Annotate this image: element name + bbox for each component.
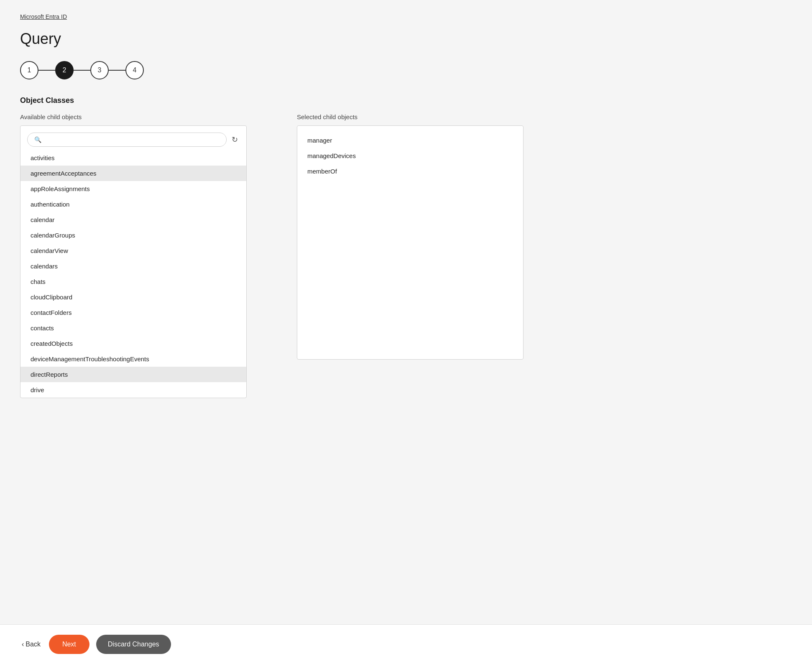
selected-label: Selected child objects	[297, 113, 523, 120]
step-connector-2	[74, 70, 90, 71]
list-item[interactable]: deviceManagementTroubleshootingEvents	[20, 351, 246, 367]
list-item[interactable]: calendars	[20, 258, 246, 274]
list-item[interactable]: authentication	[20, 197, 246, 212]
list-item[interactable]: agreementAcceptances	[20, 166, 246, 181]
list-item[interactable]: appRoleAssignments	[20, 181, 246, 197]
available-label: Available child objects	[20, 113, 247, 120]
list-item[interactable]: directReports	[20, 367, 246, 382]
discard-button[interactable]: Discard Changes	[96, 635, 171, 654]
list-item[interactable]: calendarView	[20, 243, 246, 258]
list-item[interactable]: calendar	[20, 212, 246, 227]
list-item[interactable]: cloudClipboard	[20, 289, 246, 305]
list-item[interactable]: createdObjects	[20, 336, 246, 351]
selected-item[interactable]: managedDevices	[307, 148, 513, 163]
selected-items-list: managermanagedDevicesmemberOf	[297, 126, 523, 186]
section-title: Object Classes	[20, 96, 523, 105]
columns-layout: Available child objects 🔍 ↻ activitiesag…	[20, 113, 523, 398]
list-item[interactable]: activities	[20, 150, 246, 166]
selected-list-box: managermanagedDevicesmemberOf	[297, 125, 523, 360]
step-connector-1	[38, 70, 55, 71]
next-button[interactable]: Next	[49, 635, 89, 654]
available-column: Available child objects 🔍 ↻ activitiesag…	[20, 113, 247, 398]
step-2[interactable]: 2	[55, 61, 74, 79]
page-title: Query	[20, 30, 523, 48]
back-label: Back	[26, 641, 41, 648]
refresh-button[interactable]: ↻	[230, 133, 240, 146]
search-container: 🔍 ↻	[20, 126, 246, 150]
selected-column: Selected child objects managermanagedDev…	[297, 113, 523, 398]
step-4[interactable]: 4	[125, 61, 144, 79]
available-list-box: 🔍 ↻ activitiesagreementAcceptancesappRol…	[20, 125, 247, 398]
search-wrapper[interactable]: 🔍	[27, 133, 227, 147]
breadcrumb[interactable]: Microsoft Entra ID	[20, 13, 523, 20]
list-item[interactable]: contactFolders	[20, 305, 246, 320]
selected-item[interactable]: memberOf	[307, 163, 513, 179]
available-items-list: activitiesagreementAcceptancesappRoleAss…	[20, 150, 246, 398]
selected-item[interactable]: manager	[307, 133, 513, 148]
step-connector-3	[109, 70, 125, 71]
list-item[interactable]: calendarGroups	[20, 227, 246, 243]
search-icon: 🔍	[34, 136, 41, 143]
step-3[interactable]: 3	[90, 61, 109, 79]
search-input[interactable]	[45, 136, 220, 143]
list-item[interactable]: drive	[20, 382, 246, 398]
chevron-left-icon: ‹	[22, 641, 24, 648]
step-1[interactable]: 1	[20, 61, 38, 79]
steps-indicator: 1 2 3 4	[20, 61, 523, 79]
list-item[interactable]: chats	[20, 274, 246, 289]
footer: ‹ Back Next Discard Changes	[0, 624, 812, 664]
list-item[interactable]: contacts	[20, 320, 246, 336]
back-button[interactable]: ‹ Back	[20, 637, 42, 651]
